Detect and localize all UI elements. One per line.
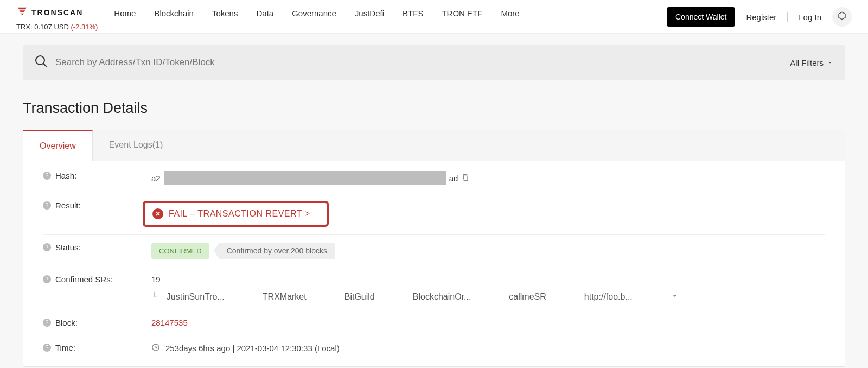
tree-icon: └	[151, 292, 157, 301]
sr-item[interactable]: BlockchainOr...	[413, 292, 471, 302]
price-value: 0.107	[34, 23, 52, 31]
search-bar: All Filters	[23, 45, 845, 80]
time-value: 253days 6hrs ago | 2021-03-04 12:30:33 (…	[165, 344, 340, 353]
help-icon[interactable]: ?	[43, 275, 51, 283]
srs-count: 19	[151, 275, 825, 284]
filter-label: All Filters	[790, 58, 824, 67]
copy-icon[interactable]	[461, 173, 470, 183]
clock-icon	[151, 343, 160, 353]
sr-list: └ JustinSunTro... TRXMarket BitGuild Blo…	[151, 291, 825, 302]
help-icon[interactable]: ?	[43, 172, 51, 180]
result-text[interactable]: FAIL – TRANSACTION REVERT >	[169, 209, 310, 219]
price-prefix: TRX:	[16, 23, 33, 31]
header: TRONSCAN TRX: 0.107 USD (-2.31%) Home Bl…	[0, 0, 868, 34]
sr-item[interactable]: JustinSunTro...	[167, 292, 225, 301]
hash-prefix: a2	[151, 174, 161, 183]
sr-item[interactable]: http://foo.b...	[584, 292, 633, 302]
logo-block: TRONSCAN TRX: 0.107 USD (-2.31%)	[16, 5, 98, 31]
row-result: ? Result: ✕ FAIL – TRANSACTION REVERT >	[43, 193, 825, 235]
label-time: Time:	[55, 343, 75, 352]
help-icon[interactable]: ?	[43, 319, 51, 327]
search-icon	[35, 55, 48, 70]
nav-more[interactable]: More	[501, 9, 519, 18]
label-srs: Confirmed SRs:	[55, 275, 113, 284]
logo-icon	[16, 5, 28, 20]
help-icon[interactable]: ?	[43, 344, 51, 352]
sr-item[interactable]: BitGuild	[344, 292, 375, 302]
logo[interactable]: TRONSCAN	[16, 5, 98, 20]
hash-redacted	[164, 171, 446, 185]
result-box: ✕ FAIL – TRANSACTION REVERT >	[143, 201, 329, 227]
sr-item[interactable]: callmeSR	[509, 292, 546, 302]
filter-button[interactable]: All Filters	[779, 58, 833, 67]
price-change: (-2.31%)	[71, 23, 98, 31]
row-time: ? Time: 253days 6hrs ago | 2021-03-04 12…	[43, 335, 825, 361]
fail-icon: ✕	[152, 208, 163, 219]
search-input[interactable]	[48, 57, 779, 68]
row-confirmed-srs: ? Confirmed SRs: 19 └ JustinSunTro... TR…	[43, 267, 825, 310]
brand-text: TRONSCAN	[31, 8, 83, 17]
price-currency: USD	[54, 23, 68, 31]
status-badge: CONFIRMED	[151, 243, 209, 259]
row-hash: ? Hash: a2 ad	[43, 163, 825, 193]
register-link[interactable]: Register	[746, 12, 776, 22]
divider	[787, 12, 788, 22]
help-icon[interactable]: ?	[43, 201, 51, 210]
label-result: Result:	[55, 201, 81, 210]
tabs: Overview Event Logs(1)	[23, 130, 845, 161]
nav-btfs[interactable]: BTFS	[403, 9, 423, 18]
header-actions: Connect Wallet Register Log In	[667, 5, 852, 27]
nav-home[interactable]: Home	[114, 9, 136, 18]
hash-suffix: ad	[449, 174, 458, 183]
sr-item[interactable]: TRXMarket	[263, 292, 307, 302]
tab-event-logs[interactable]: Event Logs(1)	[93, 130, 180, 161]
apps-button[interactable]	[832, 7, 852, 27]
nav-governance[interactable]: Governance	[292, 9, 336, 18]
panel-body: ? Hash: a2 ad ? Result:	[23, 161, 845, 366]
row-status: ? Status: CONFIRMED Confirmed by over 20…	[43, 235, 825, 267]
main-nav: Home Blockchain Tokens Data Governance J…	[114, 5, 519, 18]
tab-overview[interactable]: Overview	[23, 130, 93, 161]
details-panel: Overview Event Logs(1) ? Hash: a2 ad	[23, 130, 845, 367]
chevron-down-icon	[827, 58, 833, 67]
nav-justdefi[interactable]: JustDefi	[355, 9, 384, 18]
label-block: Block:	[55, 318, 78, 327]
nav-blockchain[interactable]: Blockchain	[154, 9, 194, 18]
login-link[interactable]: Log In	[799, 12, 821, 22]
help-icon[interactable]: ?	[43, 243, 51, 251]
price-ticker: TRX: 0.107 USD (-2.31%)	[16, 23, 98, 31]
label-hash: Hash:	[55, 171, 76, 180]
expand-srs-button[interactable]	[671, 291, 679, 302]
cube-icon	[837, 11, 847, 23]
page-title: Transaction Details	[23, 100, 845, 117]
nav-tron-etf[interactable]: TRON ETF	[442, 9, 482, 18]
block-link[interactable]: 28147535	[151, 318, 188, 327]
nav-data[interactable]: Data	[256, 9, 273, 18]
content: All Filters Transaction Details Overview…	[0, 34, 868, 368]
connect-wallet-button[interactable]: Connect Wallet	[667, 7, 735, 27]
row-block: ? Block: 28147535	[43, 310, 825, 335]
status-note: Confirmed by over 200 blocks	[219, 243, 335, 259]
nav-tokens[interactable]: Tokens	[212, 9, 238, 18]
label-status: Status:	[55, 243, 81, 252]
